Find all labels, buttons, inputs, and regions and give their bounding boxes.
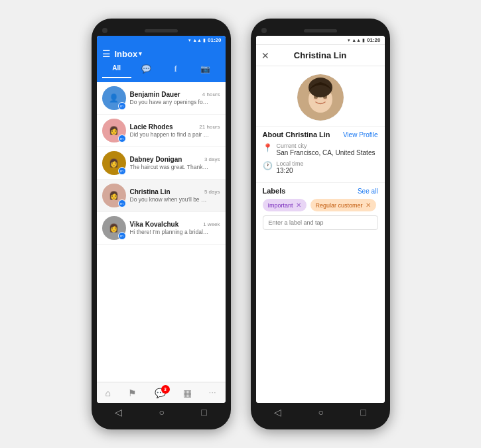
avatar: 👩 m <box>102 119 126 142</box>
label-important-close[interactable]: ✕ <box>296 201 301 209</box>
inbox-top: ☰ Inbox ▾ <box>102 48 220 59</box>
grid-icon: ▦ <box>183 388 192 398</box>
labels-header: Labels See all <box>263 187 378 195</box>
msg-time: 3 days <box>204 156 220 162</box>
home-btn-left[interactable]: ○ <box>159 407 165 418</box>
label-regular-text: Regular customer <box>316 202 363 209</box>
svg-point-6 <box>322 99 328 101</box>
left-screen: ▾ ▲▲ ▮ 01:20 ☰ Inbox ▾ All 💬 <box>97 36 226 403</box>
battery-icon-left: ▮ <box>203 38 206 43</box>
hamburger-icon[interactable]: ☰ <box>102 48 111 59</box>
msg-preview: Hi there! I'm planning a bridal shower f… <box>130 229 210 235</box>
about-title: About Christina Lin <box>263 131 330 139</box>
speaker-left <box>145 29 178 32</box>
labels-row: Important ✕ Regular customer ✕ <box>263 199 378 211</box>
signal-icon-right: ▲▲ <box>352 38 361 42</box>
avatar: 👩 m <box>102 151 126 175</box>
profile-screen: ✕ Christina Lin <box>256 45 385 403</box>
profile-header: ✕ Christina Lin <box>256 45 385 66</box>
phone-left: ▾ ▲▲ ▮ 01:20 ☰ Inbox ▾ All 💬 <box>92 19 231 429</box>
city-value: San Francisco, CA, United States <box>277 149 376 156</box>
msg-name: Dabney Donigan <box>130 156 182 163</box>
camera-left <box>102 28 107 33</box>
phone-right: ▾ ▲▲ ▮ 01:20 ✕ Christina Lin <box>251 19 390 429</box>
list-item[interactable]: 👩 m Lacie Rhodes 21 hours Did you happen… <box>97 115 226 147</box>
dropdown-arrow-icon: ▾ <box>139 50 142 57</box>
see-all-link[interactable]: See all <box>358 188 378 195</box>
view-profile-link[interactable]: View Profile <box>343 131 378 139</box>
app-bar-flag[interactable]: ⚑ <box>128 388 137 398</box>
about-section: About Christina Lin View Profile 📍 Curre… <box>256 126 385 182</box>
messenger-badge: m <box>118 167 126 175</box>
tab-facebook[interactable]: f <box>161 62 191 78</box>
more-icon: ··· <box>209 389 216 396</box>
msg-name: Benjamin Dauer <box>130 91 180 98</box>
camera-right <box>261 28 267 33</box>
bottom-app-bar: ⌂ ⚑ 💬 3 ▦ ··· <box>97 382 226 403</box>
phone-nav-bar-right: ◁ ○ □ <box>256 403 385 421</box>
messenger-badge-icon: m <box>120 104 123 108</box>
avatar: 👩 m <box>102 184 126 207</box>
msg-time: 21 hours <box>199 124 220 130</box>
home-btn-right[interactable]: ○ <box>318 407 324 418</box>
label-regular-close[interactable]: ✕ <box>366 201 371 209</box>
tab-messenger[interactable]: 💬 <box>131 62 161 78</box>
back-btn-left[interactable]: ◁ <box>115 407 122 418</box>
list-item[interactable]: 👤 m Benjamin Dauer 4 hours Do you have a… <box>97 82 226 115</box>
home-icon: ⌂ <box>105 388 111 398</box>
signal-icon-left: ▲▲ <box>192 38 202 42</box>
wifi-icon-right: ▾ <box>348 38 350 43</box>
msg-time: 4 hours <box>202 91 220 97</box>
msg-preview: The haircut was great. Thanks so much fo… <box>130 164 210 170</box>
profile-avatar <box>297 74 344 121</box>
list-item[interactable]: 👩 m Dabney Donigan 3 days The haircut wa… <box>97 147 226 180</box>
list-item[interactable]: 👩 m Vika Kovalchuk 1 week Hi there! I'm … <box>97 212 226 245</box>
app-bar-chat[interactable]: 💬 3 <box>155 388 166 398</box>
messenger-badge: m <box>118 232 126 240</box>
instagram-icon: 📷 <box>200 64 210 74</box>
flag-icon: ⚑ <box>128 388 137 398</box>
profile-title: Christina Lin <box>294 50 346 60</box>
status-time-right: 01:20 <box>367 37 380 43</box>
message-list: 👤 m Benjamin Dauer 4 hours Do you have a… <box>97 82 226 382</box>
status-time-left: 01:20 <box>208 37 221 43</box>
tab-all[interactable]: All <box>102 62 132 78</box>
messenger-badge: m <box>118 102 126 110</box>
label-regular-customer[interactable]: Regular customer ✕ <box>310 199 376 211</box>
battery-icon-right: ▮ <box>362 38 365 43</box>
msg-name: Christina Lin <box>130 188 171 196</box>
back-btn-right[interactable]: ◁ <box>274 407 281 418</box>
status-bar-left: ▾ ▲▲ ▮ 01:20 <box>97 36 226 44</box>
time-row: 🕐 Local time 13:20 <box>263 160 378 174</box>
inbox-header: ☰ Inbox ▾ All 💬 f 📷 <box>97 44 226 82</box>
tab-instagram[interactable]: 📷 <box>190 62 220 78</box>
local-time-value: 13:20 <box>277 167 304 174</box>
location-icon: 📍 <box>263 143 273 152</box>
label-important[interactable]: Important ✕ <box>263 199 307 211</box>
phone-top-bar-left <box>97 27 226 36</box>
msg-name: Lacie Rhodes <box>130 123 173 131</box>
labels-section: Labels See all Important ✕ Regular custo… <box>256 182 385 234</box>
avatar-image <box>297 74 344 121</box>
inbox-tabs: All 💬 f 📷 <box>102 62 220 78</box>
labels-title: Labels <box>263 187 286 195</box>
chat-badge: 3 <box>161 385 170 394</box>
inbox-title: Inbox ▾ <box>115 49 143 59</box>
app-bar-grid[interactable]: ▦ <box>183 388 192 398</box>
recents-btn-right[interactable]: □ <box>360 407 366 418</box>
list-item-selected[interactable]: 👩 m Christina Lin 5 days Do you know whe… <box>97 180 226 212</box>
clock-icon: 🕐 <box>263 161 273 170</box>
close-button[interactable]: ✕ <box>261 50 269 61</box>
app-bar-home[interactable]: ⌂ <box>105 388 111 398</box>
phone-nav-bar-left: ◁ ○ □ <box>97 403 226 421</box>
app-bar-more[interactable]: ··· <box>209 389 216 396</box>
msg-time: 1 week <box>203 221 220 227</box>
svg-point-5 <box>313 99 318 101</box>
msg-preview: Do you know when you'll be getting more … <box>130 196 210 203</box>
label-input[interactable] <box>263 215 378 230</box>
avatar: 👤 m <box>102 86 126 110</box>
label-important-text: Important <box>268 202 293 209</box>
right-screen: ▾ ▲▲ ▮ 01:20 ✕ Christina Lin <box>256 36 385 403</box>
messenger-badge: m <box>118 135 126 142</box>
recents-btn-left[interactable]: □ <box>201 407 206 418</box>
